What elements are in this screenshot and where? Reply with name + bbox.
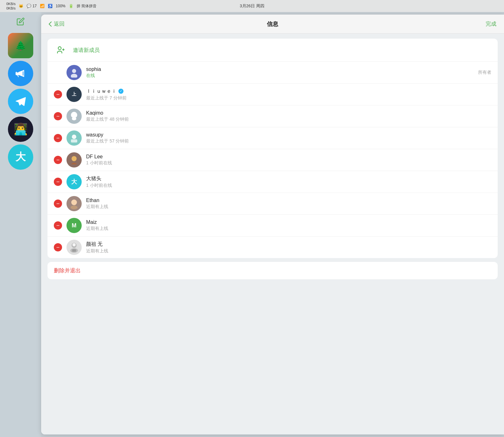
invite-icon xyxy=(54,43,68,57)
member-row-kaqimo[interactable]: − Kaqimo 最近上线于 48 分钟前 xyxy=(47,105,498,127)
member-row-big[interactable]: − 大 大猪头 1 小时前在线 xyxy=(47,171,498,193)
avatar-big: 大 xyxy=(66,174,82,189)
sidebar: 🌲 👨‍💻 大 xyxy=(0,12,41,437)
sidebar-big-btn[interactable]: 大 xyxy=(8,144,33,170)
remove-btn-ethan[interactable]: − xyxy=(54,200,62,208)
main-panel: 返回 信息 完成 邀请新成 xyxy=(41,15,504,434)
delete-button[interactable]: 删除并退出 xyxy=(47,262,498,279)
verified-badge-liuwei: ✓ xyxy=(118,89,123,94)
svg-point-9 xyxy=(72,156,77,161)
sidebar-megaphone-btn[interactable] xyxy=(8,61,33,86)
member-name-ethan: Ethan xyxy=(86,198,491,203)
member-card: 邀请新成员 sophia 在线 所有者 xyxy=(47,39,498,258)
avatar-kaqimo xyxy=(66,109,82,124)
back-button[interactable]: 返回 xyxy=(49,20,65,28)
member-info-wasupy: wasupy 最近上线于 57 分钟前 xyxy=(86,132,491,144)
remove-btn-liuwei[interactable]: − xyxy=(54,90,62,98)
svg-point-7 xyxy=(72,135,76,139)
member-info-ethan: Ethan 近期有上线 xyxy=(86,198,491,210)
member-row-dflee[interactable]: − DF Lee 1 小时前在线 xyxy=(47,149,498,171)
member-status-sophia: 在线 xyxy=(86,73,474,79)
svg-point-3 xyxy=(72,69,76,73)
member-name-yan: 颜祖 无 xyxy=(86,241,491,248)
avatar-liuwei: 上 xyxy=(66,87,82,102)
avatar-sophia xyxy=(66,65,82,80)
avatar-wasupy xyxy=(66,130,82,146)
member-status-ethan: 近期有上线 xyxy=(86,204,491,210)
system-bar: 0KB/s0KB/s 🐱 💬 17 📶 ♿ 100% 🔋 拼 简体拼音 3月26… xyxy=(0,0,504,12)
sidebar-group-avatar[interactable]: 🌲 xyxy=(8,33,33,58)
member-status-liuwei: 最近上线于 7 分钟前 xyxy=(86,95,491,101)
sys-left: 0KB/s0KB/s 🐱 💬 17 📶 ♿ 100% 🔋 拼 简体拼音 xyxy=(6,2,97,11)
compose-button[interactable] xyxy=(14,15,27,28)
member-status-big: 1 小时前在线 xyxy=(86,183,491,188)
remove-btn-maiz[interactable]: − xyxy=(54,221,62,230)
svg-rect-15 xyxy=(72,249,76,252)
cat-icon: 🐱 xyxy=(19,4,23,8)
delete-card: 删除并退出 xyxy=(47,262,498,279)
member-name-dflee: DF Lee xyxy=(86,154,491,160)
sys-date: 3月26日 周四 xyxy=(240,3,264,9)
member-name-liuwei: ｌｉｕｗｅｉ ✓ xyxy=(86,88,491,95)
member-row-sophia[interactable]: sophia 在线 所有者 xyxy=(47,62,498,84)
member-name-sophia: sophia xyxy=(86,66,474,72)
member-info-kaqimo: Kaqimo 最近上线于 48 分钟前 xyxy=(86,110,491,122)
member-name-big: 大猪头 xyxy=(86,175,491,182)
svg-point-6 xyxy=(72,117,76,120)
done-button[interactable]: 完成 xyxy=(486,20,496,28)
member-row-liuwei[interactable]: − 上 ｌｉｕｗｅｉ ✓ 最近上线于 7 分钟前 xyxy=(47,84,498,105)
remove-btn-kaqimo[interactable]: − xyxy=(54,112,62,120)
wifi-icon: 📶 xyxy=(40,4,45,8)
avatar-yan xyxy=(66,240,82,255)
member-status-dflee: 1 小时前在线 xyxy=(86,160,491,166)
back-label: 返回 xyxy=(54,20,65,28)
input-method: 拼 简体拼音 xyxy=(77,3,97,9)
invite-label: 邀请新成员 xyxy=(73,47,100,54)
member-row-wasupy[interactable]: − wasupy 最近上线于 57 分钟前 xyxy=(47,127,498,149)
member-info-sophia: sophia 在线 xyxy=(86,66,474,79)
svg-point-0 xyxy=(58,47,61,50)
svg-point-11 xyxy=(71,206,78,209)
avatar-maiz: M xyxy=(66,218,82,233)
member-name-kaqimo: Kaqimo xyxy=(86,110,491,116)
app-container: 🌲 👨‍💻 大 xyxy=(0,12,504,437)
remove-btn-wasupy[interactable]: − xyxy=(54,134,62,142)
member-status-kaqimo: 最近上线于 48 分钟前 xyxy=(86,117,491,122)
network-speed: 0KB/s0KB/s xyxy=(6,2,16,11)
member-status-wasupy: 最近上线于 57 分钟前 xyxy=(86,138,491,144)
battery: 100% xyxy=(56,4,66,8)
scroll-area[interactable]: 邀请新成员 sophia 在线 所有者 xyxy=(41,34,504,434)
sidebar-telegram-btn[interactable] xyxy=(8,89,33,114)
member-row-ethan[interactable]: − Ethan 近期有上线 xyxy=(47,193,498,215)
remove-btn-dflee[interactable]: − xyxy=(54,156,62,164)
member-info-maiz: Maiz 近期有上线 xyxy=(86,219,491,231)
member-name-wasupy: wasupy xyxy=(86,132,491,138)
delete-label: 删除并退出 xyxy=(54,267,81,274)
remove-btn-big[interactable]: − xyxy=(54,178,62,186)
sidebar-big-label: 大 xyxy=(16,150,26,164)
wechat-icon: 💬 17 xyxy=(27,4,37,8)
page-title: 信息 xyxy=(267,20,278,28)
svg-rect-8 xyxy=(71,139,77,142)
member-status-yan: 近期有上线 xyxy=(86,248,491,254)
svg-point-10 xyxy=(71,200,77,205)
member-info-yan: 颜祖 无 近期有上线 xyxy=(86,241,491,254)
remove-btn-yan[interactable]: − xyxy=(54,243,62,251)
member-info-big: 大猪头 1 小时前在线 xyxy=(86,175,491,188)
member-name-maiz: Maiz xyxy=(86,219,491,225)
member-role-sophia: 所有者 xyxy=(478,70,491,75)
member-status-maiz: 近期有上线 xyxy=(86,226,491,231)
svg-point-14 xyxy=(72,243,76,246)
accessibility-icon: ♿ xyxy=(48,4,53,8)
member-row-maiz[interactable]: − M Maiz 近期有上线 xyxy=(47,215,498,237)
battery-icon: 🔋 xyxy=(69,4,73,8)
invite-row[interactable]: 邀请新成员 xyxy=(47,39,498,62)
avatar-dflee xyxy=(66,152,82,168)
member-row-yan[interactable]: − 颜祖 无 近期有上线 xyxy=(47,237,498,258)
avatar-ethan xyxy=(66,196,82,211)
header: 返回 信息 完成 xyxy=(41,15,504,34)
sidebar-hacker-btn[interactable]: 👨‍💻 xyxy=(8,117,33,142)
svg-point-4 xyxy=(71,74,78,78)
member-info-dflee: DF Lee 1 小时前在线 xyxy=(86,154,491,166)
member-info-liuwei: ｌｉｕｗｅｉ ✓ 最近上线于 7 分钟前 xyxy=(86,88,491,101)
